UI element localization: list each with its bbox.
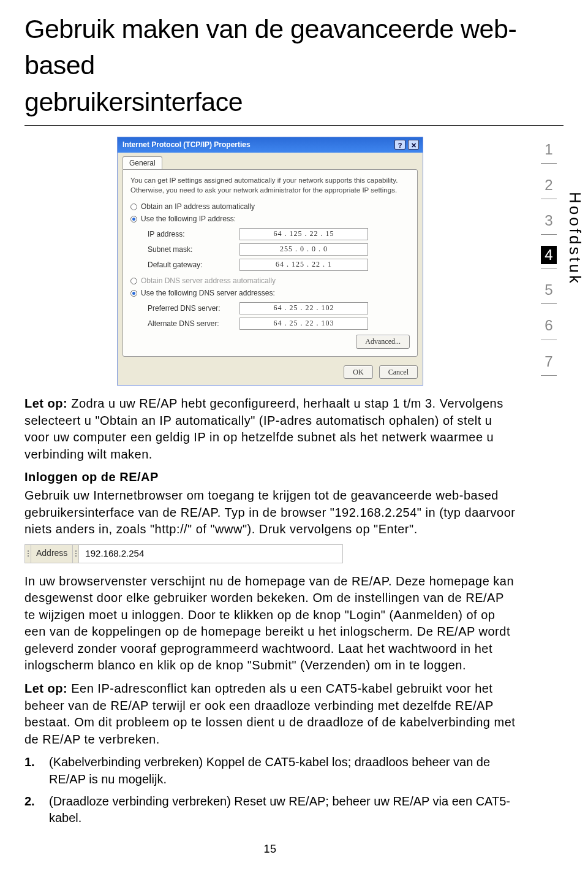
list-text: (Kabelverbinding verbreken) Koppel de CA… bbox=[49, 754, 516, 788]
paragraph-browser-instructions: Gebruik uw Internetbrowser om toegang te… bbox=[24, 487, 516, 538]
chapter-divider bbox=[541, 375, 557, 376]
chapter-num-7: 7 bbox=[530, 351, 567, 371]
dialog-tabbar: General bbox=[118, 153, 423, 170]
grip-icon bbox=[73, 545, 79, 563]
dialog-title-text: Internet Protocol (TCP/IP) Properties bbox=[123, 140, 251, 150]
page-number: 15 bbox=[24, 842, 516, 857]
radio-icon bbox=[130, 216, 137, 223]
chapter-num-1: 1 bbox=[530, 139, 567, 159]
list-text: (Draadloze verbinding verbreken) Reset u… bbox=[49, 793, 516, 827]
label-subnet-mask: Subnet mask: bbox=[148, 245, 239, 255]
help-icon[interactable]: ? bbox=[394, 140, 405, 150]
dialog-button-row: OK Cancel bbox=[118, 362, 423, 386]
list-number: 2. bbox=[24, 793, 38, 827]
heading-line1: Gebruik maken van de geavanceerde web-ba… bbox=[24, 11, 564, 84]
tcpip-properties-dialog: Internet Protocol (TCP/IP) Properties ? … bbox=[117, 137, 423, 386]
input-subnet-mask[interactable]: 255 . 0 . 0 . 0 bbox=[239, 243, 368, 256]
chapter-divider bbox=[541, 340, 557, 340]
radio-use-dns[interactable]: Use the following DNS server addresses: bbox=[130, 288, 410, 299]
list-item: 2. (Draadloze verbinding verbreken) Rese… bbox=[24, 793, 516, 827]
chapter-num-4-current: 4 bbox=[541, 246, 557, 264]
address-label: Address bbox=[31, 545, 73, 563]
input-ip-address[interactable]: 64 . 125 . 22 . 15 bbox=[239, 228, 368, 240]
input-pref-dns[interactable]: 64 . 25 . 22 . 102 bbox=[239, 302, 368, 314]
chapter-num-5: 5 bbox=[530, 280, 567, 300]
letop-paragraph-2: Let op: Een IP-adresconflict kan optrede… bbox=[24, 680, 516, 748]
letop-text: Een IP-adresconflict kan optreden als u … bbox=[24, 682, 515, 746]
input-alt-dns[interactable]: 64 . 25 . 22 . 103 bbox=[239, 318, 368, 330]
chapter-divider bbox=[541, 303, 557, 304]
paragraph-homepage: In uw browservenster verschijnt nu de ho… bbox=[24, 573, 516, 675]
address-value[interactable]: 192.168.2.254 bbox=[79, 545, 342, 563]
grip-icon bbox=[25, 545, 31, 563]
page-heading: Gebruik maken van de geavanceerde web-ba… bbox=[24, 11, 564, 126]
letop-label: Let op: bbox=[24, 682, 67, 695]
input-default-gateway[interactable]: 64 . 125 . 22 . 1 bbox=[239, 259, 368, 271]
letop-text: Zodra u uw RE/AP hebt geconfigureerd, he… bbox=[24, 397, 503, 461]
ok-button[interactable]: OK bbox=[344, 365, 372, 379]
label-pref-dns: Preferred DNS server: bbox=[148, 303, 239, 314]
chapter-label: Hoofdstuk bbox=[564, 192, 586, 286]
browser-address-bar: Address 192.168.2.254 bbox=[24, 544, 343, 563]
radio-obtain-dns: Obtain DNS server address automatically bbox=[130, 276, 410, 286]
radio-use-ip[interactable]: Use the following IP address: bbox=[130, 214, 410, 224]
chapter-num-6: 6 bbox=[530, 315, 567, 335]
radio-icon bbox=[130, 290, 137, 297]
cancel-button[interactable]: Cancel bbox=[379, 365, 418, 379]
dns-fields-grid: Preferred DNS server: 64 . 25 . 22 . 102… bbox=[148, 302, 410, 330]
radio-icon bbox=[130, 278, 137, 284]
chapter-num-2: 2 bbox=[530, 175, 567, 195]
tab-general[interactable]: General bbox=[123, 156, 162, 170]
label-default-gateway: Default gateway: bbox=[148, 260, 239, 270]
radio-obtain-ip-label: Obtain an IP address automatically bbox=[141, 202, 255, 212]
radio-obtain-ip[interactable]: Obtain an IP address automatically bbox=[130, 202, 410, 212]
close-icon[interactable]: ✕ bbox=[408, 140, 419, 150]
dialog-body: You can get IP settings assigned automat… bbox=[123, 169, 418, 356]
radio-icon bbox=[130, 204, 137, 210]
radio-use-ip-label: Use the following IP address: bbox=[141, 214, 236, 224]
chapter-divider bbox=[541, 199, 557, 199]
letop-label: Let op: bbox=[24, 397, 67, 410]
dialog-intro-text: You can get IP settings assigned automat… bbox=[130, 176, 410, 196]
list-item: 1. (Kabelverbinding verbreken) Koppel de… bbox=[24, 754, 516, 788]
advanced-button[interactable]: Advanced... bbox=[356, 335, 410, 349]
chapter-divider bbox=[541, 163, 557, 164]
chapter-divider bbox=[541, 268, 557, 268]
radio-obtain-dns-label: Obtain DNS server address automatically bbox=[141, 276, 276, 286]
label-alt-dns: Alternate DNS server: bbox=[148, 319, 239, 329]
list-number: 1. bbox=[24, 754, 38, 788]
chapter-sidebar: Hoofdstuk 1 2 3 4 5 6 7 bbox=[530, 139, 567, 387]
radio-use-dns-label: Use the following DNS server addresses: bbox=[141, 288, 275, 299]
heading-rule bbox=[24, 125, 564, 126]
letop-paragraph-1: Let op: Zodra u uw RE/AP hebt geconfigur… bbox=[24, 395, 516, 463]
heading-line2: gebruikersinterface bbox=[24, 84, 564, 120]
subheading-inloggen: Inloggen op de RE/AP bbox=[24, 469, 516, 486]
chapter-divider bbox=[541, 234, 557, 235]
ip-fields-grid: IP address: 64 . 125 . 22 . 15 Subnet ma… bbox=[148, 228, 410, 271]
dialog-titlebar: Internet Protocol (TCP/IP) Properties ? … bbox=[118, 137, 423, 153]
numbered-list: 1. (Kabelverbinding verbreken) Koppel de… bbox=[24, 754, 516, 826]
label-ip-address: IP address: bbox=[148, 229, 239, 240]
chapter-num-3: 3 bbox=[530, 210, 567, 230]
